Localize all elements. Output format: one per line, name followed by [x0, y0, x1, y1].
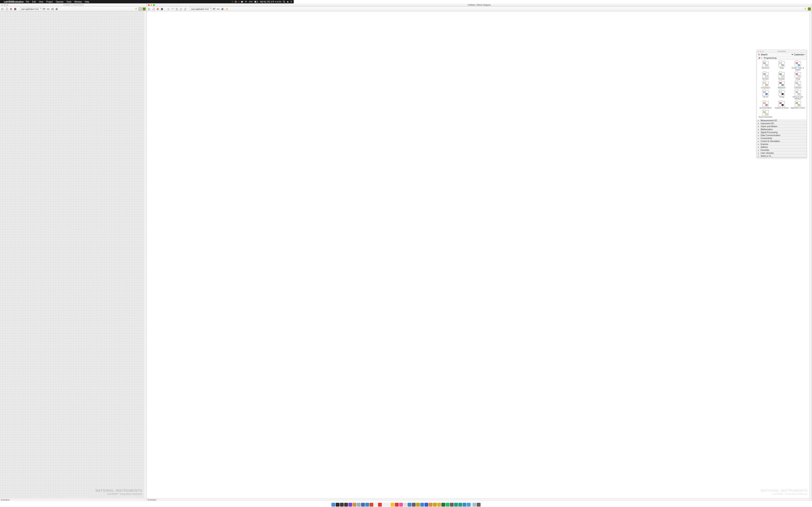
help-icon[interactable]: ? [134, 7, 138, 11]
menubar: LabVIEWEvaluation File Edit View Project… [0, 0, 294, 3]
font-selector[interactable]: 11pt Application Font [20, 7, 42, 11]
pause-button[interactable] [13, 7, 17, 11]
svg-rect-18 [161, 8, 162, 10]
distribute-button[interactable] [216, 7, 220, 11]
block-diagram-toolbar: 11pt Application Font ? [147, 7, 294, 11]
svg-rect-27 [214, 8, 215, 9]
align-button[interactable] [42, 7, 46, 11]
svg-rect-19 [162, 8, 163, 10]
menu-file[interactable]: File [26, 1, 29, 3]
tray-icon[interactable]: ● [238, 1, 239, 3]
svg-rect-26 [213, 8, 214, 9]
menu-help[interactable]: Help [85, 1, 89, 3]
abort-button[interactable] [156, 7, 159, 11]
svg-point-5 [10, 8, 12, 10]
menu-edit[interactable]: Edit [32, 1, 36, 3]
close-icon[interactable] [148, 4, 150, 6]
tray-wifi-icon[interactable] [245, 1, 247, 3]
svg-rect-29 [217, 9, 218, 9]
maximize-icon[interactable] [6, 4, 8, 6]
minimize-icon[interactable] [4, 4, 5, 6]
highlight-exec-button[interactable] [167, 7, 170, 11]
tray-control-center-icon[interactable]: ☰ [290, 1, 292, 3]
run-continuous-button[interactable] [152, 7, 155, 11]
close-icon[interactable] [1, 4, 3, 6]
svg-rect-23 [176, 9, 177, 10]
svg-rect-15 [56, 9, 57, 10]
svg-rect-12 [49, 9, 49, 9]
svg-rect-11 [47, 9, 48, 9]
step-out-button[interactable] [184, 7, 187, 11]
cleanup-button[interactable] [225, 7, 229, 11]
svg-rect-14 [52, 8, 53, 10]
run-button[interactable] [1, 7, 4, 11]
reorder-button[interactable] [221, 7, 224, 11]
app-name[interactable]: LabVIEWEvaluation [4, 1, 24, 3]
icon-grid[interactable] [139, 7, 142, 11]
run-button[interactable] [148, 7, 151, 11]
maximize-icon[interactable] [153, 4, 155, 6]
svg-rect-25 [185, 9, 186, 10]
run-continuous-button[interactable] [5, 7, 8, 11]
resize-button[interactable] [51, 7, 54, 11]
reorder-button[interactable] [55, 7, 58, 11]
step-into-button[interactable] [175, 7, 179, 11]
desktop: Untitled 1 Front Panel 11pt Application … [0, 3, 294, 183]
pause-button[interactable] [160, 7, 164, 11]
svg-rect-31 [221, 9, 223, 10]
front-panel-toolbar: 11pt Application Font ? [0, 7, 147, 11]
front-panel-canvas[interactable]: NATIONAL INSTRUMENTS LabVIEW™ Evaluation… [0, 11, 147, 183]
menu-view[interactable]: View [39, 1, 43, 3]
front-panel-titlebar[interactable]: Untitled 1 Front Panel [0, 3, 147, 7]
distribute-button[interactable] [47, 7, 50, 11]
tray-datetime[interactable]: 8월 6일 (목) 오후 4:10:58 [260, 0, 281, 3]
scrollbar-vertical[interactable] [144, 11, 147, 183]
svg-line-4 [285, 2, 285, 3]
svg-rect-6 [14, 8, 15, 10]
svg-rect-30 [219, 9, 219, 9]
svg-rect-13 [51, 9, 52, 9]
minimize-icon[interactable] [151, 4, 152, 6]
menu-project[interactable]: Project [46, 1, 53, 3]
block-diagram-titlebar[interactable]: Untitled 1 Block Diagram [147, 3, 294, 7]
front-panel-window: Untitled 1 Front Panel 11pt Application … [0, 3, 147, 183]
svg-rect-8 [43, 8, 44, 9]
svg-rect-7 [15, 8, 16, 10]
font-selector[interactable]: 11pt Application Font [190, 7, 211, 11]
tray-battery-icon[interactable] [254, 1, 258, 3]
svg-point-3 [283, 1, 285, 2]
svg-point-17 [157, 8, 159, 10]
retain-wire-button[interactable] [171, 7, 174, 11]
align-button[interactable] [212, 7, 216, 11]
svg-rect-24 [180, 9, 181, 10]
abort-button[interactable] [9, 7, 13, 11]
block-diagram-canvas[interactable]: NATIONAL INSTRUMENTS LabVIEW™ Evaluation… [147, 11, 294, 183]
block-diagram-window: Untitled 1 Block Diagram 11pt Applicatio… [147, 3, 294, 183]
block-diagram-title: Untitled 1 Block Diagram [147, 4, 294, 6]
front-panel-title: Untitled 1 Front Panel [0, 4, 147, 6]
tray-icon[interactable]: ⏻ [235, 1, 237, 3]
svg-rect-1 [258, 1, 258, 2]
menu-tools[interactable]: Tools [66, 1, 71, 3]
tray-input-icon[interactable]: A [241, 1, 243, 3]
tray-battery-pct[interactable]: 42% [249, 1, 253, 3]
step-over-button[interactable] [179, 7, 183, 11]
menu-window[interactable]: Window [74, 1, 82, 3]
svg-point-22 [173, 8, 173, 9]
menu-operate[interactable]: Operate [56, 1, 63, 3]
tray-icon[interactable]: □ [232, 1, 233, 3]
svg-rect-9 [44, 8, 45, 9]
tray-siri-icon[interactable]: ◉ [287, 1, 289, 3]
vi-icon[interactable] [143, 7, 146, 11]
tray-spotlight-icon[interactable] [283, 1, 285, 3]
svg-point-20 [168, 8, 169, 9]
